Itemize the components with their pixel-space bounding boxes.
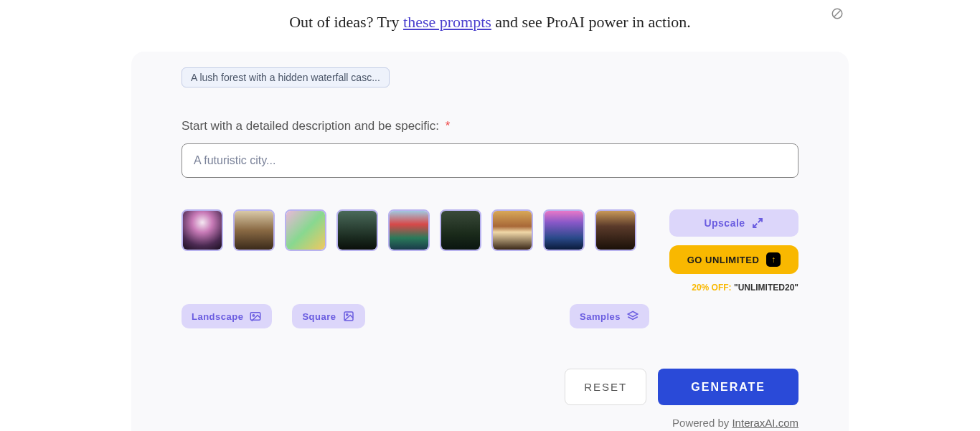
landscape-label: Landscape bbox=[192, 311, 243, 322]
action-row: RESET GENERATE bbox=[182, 369, 798, 405]
prompt-input[interactable] bbox=[182, 143, 798, 178]
style-thumb-4[interactable] bbox=[336, 209, 378, 251]
expand-icon bbox=[751, 217, 764, 229]
suggestion-chip[interactable]: A lush forest with a hidden waterfall ca… bbox=[182, 67, 390, 87]
image-icon bbox=[249, 310, 262, 323]
reset-button[interactable]: RESET bbox=[565, 369, 646, 405]
generate-button[interactable]: GENERATE bbox=[658, 369, 798, 405]
right-column: Upscale GO UNLIMITED ↑ 20% OFF: "UNLIMIT… bbox=[669, 209, 798, 293]
discount-code: "UNLIMITED20" bbox=[734, 283, 798, 293]
svg-point-3 bbox=[253, 315, 255, 316]
image-icon bbox=[342, 310, 355, 323]
styles-row: Upscale GO UNLIMITED ↑ 20% OFF: "UNLIMIT… bbox=[182, 209, 798, 293]
arrow-up-icon: ↑ bbox=[766, 252, 781, 267]
upscale-label: Upscale bbox=[704, 217, 745, 229]
discount-pct: 20% OFF: bbox=[692, 283, 731, 293]
powered-link[interactable]: InteraxAI.com bbox=[732, 417, 798, 429]
style-thumb-9[interactable] bbox=[595, 209, 636, 251]
svg-line-1 bbox=[834, 11, 841, 17]
style-thumb-2[interactable] bbox=[233, 209, 275, 251]
samples-button[interactable]: Samples bbox=[570, 304, 649, 328]
prompt-label-text: Start with a detailed description and be… bbox=[182, 119, 439, 133]
required-mark: * bbox=[446, 119, 451, 133]
go-unlimited-button[interactable]: GO UNLIMITED ↑ bbox=[669, 245, 798, 274]
prompt-label: Start with a detailed description and be… bbox=[182, 119, 798, 133]
style-thumb-3[interactable] bbox=[285, 209, 326, 251]
square-label: Square bbox=[302, 311, 336, 322]
landscape-button[interactable]: Landscape bbox=[182, 304, 272, 328]
tagline-post: and see ProAI power in action. bbox=[491, 13, 691, 31]
powered-by: Powered by InteraxAI.com bbox=[182, 417, 798, 429]
generator-card: A lush forest with a hidden waterfall ca… bbox=[131, 52, 849, 431]
tagline-pre: Out of ideas? Try bbox=[289, 13, 403, 31]
style-thumb-5[interactable] bbox=[388, 209, 430, 251]
style-thumb-6[interactable] bbox=[440, 209, 481, 251]
svg-point-5 bbox=[346, 314, 347, 316]
style-thumb-8[interactable] bbox=[543, 209, 585, 251]
style-thumb-7[interactable] bbox=[491, 209, 533, 251]
controls-row: Landscape Square Samples bbox=[182, 304, 798, 328]
upscale-button[interactable]: Upscale bbox=[669, 209, 798, 237]
layers-icon bbox=[626, 310, 639, 323]
tagline-link[interactable]: these prompts bbox=[403, 13, 491, 31]
stop-icon[interactable] bbox=[831, 7, 844, 20]
square-button[interactable]: Square bbox=[292, 304, 364, 328]
discount-text: 20% OFF: "UNLIMITED20" bbox=[669, 283, 798, 293]
samples-label: Samples bbox=[580, 311, 621, 322]
powered-pre: Powered by bbox=[672, 417, 732, 429]
unlimited-label: GO UNLIMITED bbox=[687, 255, 760, 265]
style-thumbs bbox=[182, 209, 636, 251]
style-thumb-1[interactable] bbox=[182, 209, 223, 251]
